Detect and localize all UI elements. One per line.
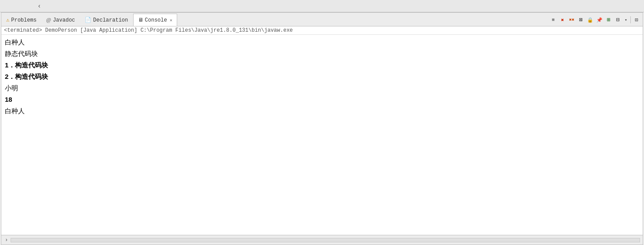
problems-icon: ⚠ (6, 17, 9, 23)
clear-console-button[interactable]: ⊠ (577, 15, 585, 24)
tab-problems-label: Problems (11, 17, 37, 23)
bottom-bar: › (1, 235, 643, 245)
console-line-1: 白种人 (5, 37, 639, 48)
tab-declaration-label: Declaration (93, 17, 128, 23)
toolbar-separator (630, 16, 631, 23)
stop-button[interactable]: ■ (549, 15, 558, 24)
tab-bar: ⚠ Problems @ Javadoc 📄 Declaration 🖥 Con… (1, 13, 643, 26)
javadoc-icon: @ (46, 17, 51, 23)
top-nav-strip: ‹ (0, 0, 644, 12)
toolbar-area: ■ ✖ ✖✖ ⊠ 🔒 📌 ⊞ ⊟ ▾ ⊡ (549, 14, 643, 26)
console-icon: 🖥 (138, 17, 143, 23)
scroll-lock-button[interactable]: 🔒 (586, 15, 595, 24)
declaration-icon: 📄 (85, 17, 91, 23)
console-close-icon[interactable]: ✕ (170, 18, 172, 23)
tab-javadoc-label: Javadoc (53, 17, 75, 23)
tab-console[interactable]: 🖥 Console ✕ (133, 14, 177, 26)
console-line-2: 静态代码块 (5, 48, 639, 59)
console-line-6: 18 (5, 94, 639, 105)
status-text: <terminated> DemoPerson [Java Applicatio… (4, 27, 293, 33)
display-console-button[interactable]: ⊟ (614, 15, 622, 24)
console-dropdown-button[interactable]: ▾ (623, 15, 629, 24)
tab-javadoc[interactable]: @ Javadoc (41, 14, 80, 26)
new-console-button[interactable]: ⊞ (604, 15, 613, 24)
console-line-4: 2．构造代码块 (5, 71, 639, 82)
remove-launch-button[interactable]: ✖✖ (567, 15, 576, 24)
back-arrow-icon[interactable]: ‹ (37, 3, 41, 10)
console-line-5: 小明 (5, 82, 639, 94)
scroll-right-arrow[interactable]: › (3, 237, 10, 243)
console-line-3: 1．构造代码块 (5, 59, 639, 71)
console-output: 白种人 静态代码块 1．构造代码块 2．构造代码块 小明 18 白种人 (1, 35, 643, 235)
horizontal-scrollbar[interactable] (11, 238, 640, 242)
pin-console-button[interactable]: 📌 (595, 15, 604, 24)
console-line-7: 白种人 (5, 105, 639, 117)
tab-problems[interactable]: ⚠ Problems (1, 14, 41, 26)
expand-view-button[interactable]: ⊡ (632, 15, 641, 24)
tab-declaration[interactable]: 📄 Declaration (80, 14, 133, 26)
terminate-button[interactable]: ✖ (558, 15, 567, 24)
status-bar: <terminated> DemoPerson [Java Applicatio… (1, 26, 643, 35)
main-panel: ⚠ Problems @ Javadoc 📄 Declaration 🖥 Con… (1, 12, 643, 245)
tab-console-label: Console (145, 17, 167, 23)
